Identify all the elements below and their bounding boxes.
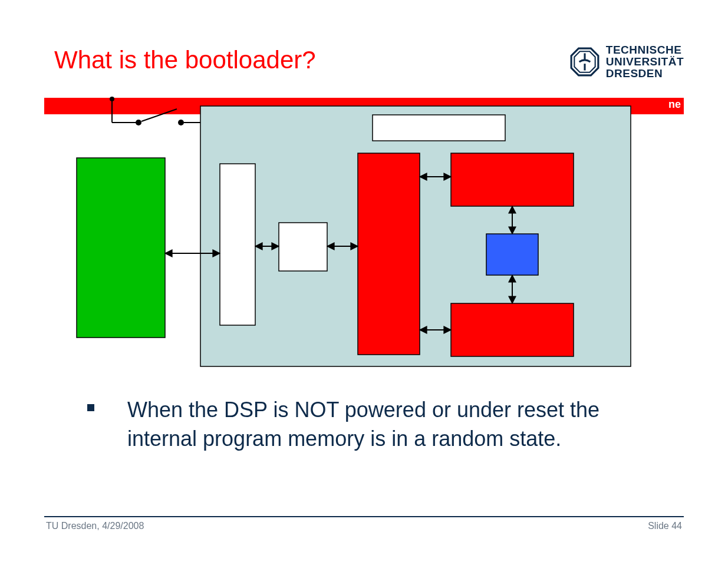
logo-line2: UNIVERSITÄT <box>606 56 684 68</box>
footer-right: Slide 44 <box>648 521 682 531</box>
footer-divider <box>44 516 684 517</box>
bullet-icon <box>87 404 94 411</box>
bullet-item: When the DSP is NOT powered or under res… <box>87 396 675 453</box>
external-memory-block <box>77 158 165 338</box>
interface-block <box>220 164 255 325</box>
svg-marker-0 <box>571 48 598 75</box>
university-logo: TECHNISCHE UNIVERSITÄT DRESDEN <box>569 44 684 80</box>
data-memory-1-block <box>451 153 574 206</box>
logo-text: TECHNISCHE UNIVERSITÄT DRESDEN <box>606 44 684 80</box>
logo-line3: DRESDEN <box>606 68 684 80</box>
program-memory-block <box>358 153 420 355</box>
slide-title: What is the bootloader? <box>54 46 316 74</box>
switch-lever <box>141 109 177 121</box>
footer-left: TU Dresden, 4/29/2008 <box>46 521 144 531</box>
bootloader-block-diagram <box>44 94 684 371</box>
slide: What is the bootloader? TECHNISCHE UNIVE… <box>0 0 728 562</box>
core-block <box>486 234 538 275</box>
tud-octagon-icon <box>569 47 600 77</box>
data-memory-2-block <box>451 303 574 356</box>
logo-line1: TECHNISCHE <box>606 44 684 56</box>
bus-block <box>279 223 327 271</box>
top-label-block <box>373 115 505 141</box>
switch-pole-left <box>136 120 141 125</box>
switch-pole-right <box>178 120 184 125</box>
bullet-text: When the DSP is NOT powered or under res… <box>127 396 675 453</box>
